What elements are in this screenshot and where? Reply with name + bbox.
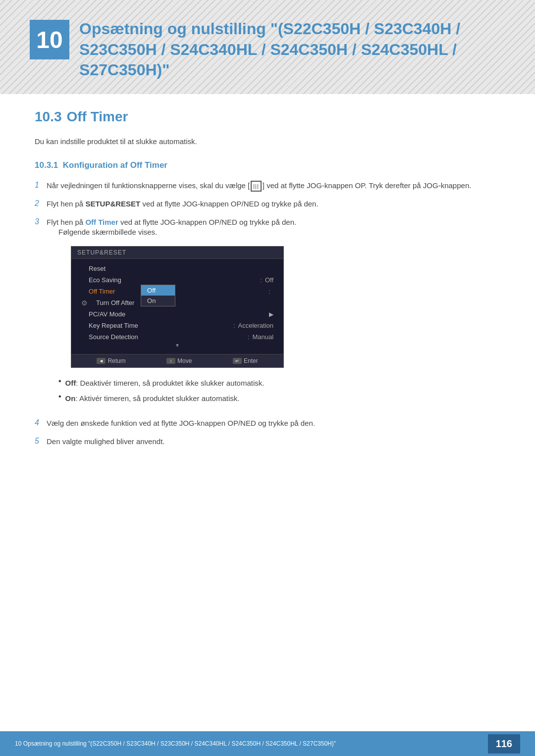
menu-row-key-repeat: Key Repeat Time : Acceleration: [71, 320, 283, 331]
step-text-3: Flyt hen på Off Timer ved at flytte JOG-…: [47, 218, 296, 226]
step-number-4: 4: [35, 418, 47, 427]
move-icon: ↕: [166, 358, 175, 364]
menu-label-off-timer: Off Timer: [89, 288, 266, 295]
step-text-4: Vælg den ønskede funktion ved at flytte …: [47, 418, 500, 429]
subsection-number: 10.3.1: [35, 160, 58, 170]
screen-body: Reset Eco Saving : Off O: [71, 259, 283, 352]
header-area: 10 Opsætning og nulstilling "(S22C350H /…: [0, 0, 535, 94]
submenu-dropdown: Off On: [141, 285, 175, 306]
menu-label-source-detection: Source Detection: [89, 333, 245, 341]
setup-reset-bold: SETUP&RESET: [85, 200, 140, 208]
screen-header: SETUP&RESET: [71, 247, 283, 259]
step-number-2: 2: [35, 199, 47, 208]
main-content: 10.3Off Timer Du kan indstille produktet…: [0, 94, 535, 469]
page-wrapper: 10 Opsætning og nulstilling "(S22C350H /…: [0, 0, 535, 756]
bullet-item-on: • On: Aktivér timeren, så produktet sluk…: [58, 393, 296, 404]
menu-label-eco-saving: Eco Saving: [89, 276, 257, 284]
arrow-right-pcav: ▶: [269, 311, 273, 318]
step-number-5: 5: [35, 436, 47, 446]
menu-separator-source: :: [248, 333, 250, 341]
bullet-list: • Off: Deaktivér timeren, så produktet i…: [58, 378, 296, 404]
step-number-1: 1: [35, 180, 47, 190]
footer-text: 10 Opsætning og nulstilling "(S22C350H /…: [15, 740, 336, 747]
screen-mockup: SETUP&RESET Reset Eco Saving :: [71, 246, 284, 368]
menu-label-key-repeat: Key Repeat Time: [89, 322, 230, 329]
menu-separator-key: :: [233, 322, 235, 329]
step-number-3: 3: [35, 217, 47, 226]
menu-row-pcav: PC/AV Mode ▶: [71, 308, 283, 320]
header-title: Opsætning og nulstilling "(S22C350H / S2…: [79, 15, 505, 81]
step-item-3: 3 Flyt hen på Off Timer ved at flytte JO…: [35, 217, 500, 411]
intro-text: Du kan indstille produktet til at slukke…: [35, 137, 500, 146]
menu-label-turn-off-after: Turn Off After: [96, 299, 273, 306]
subsection-title: 10.3.1 Konfiguration af Off Timer: [35, 160, 500, 170]
footer-item-return: ◄ Return: [97, 357, 125, 364]
step-item-1: 1 Når vejledningen til funktionsknappern…: [35, 180, 500, 192]
step-item-2: 2 Flyt hen på SETUP&RESET ved at flytte …: [35, 199, 500, 210]
step-content-3: Flyt hen på Off Timer ved at flytte JOG-…: [47, 217, 296, 411]
bullet-item-off: • Off: Deaktivér timeren, så produktet i…: [58, 378, 296, 389]
menu-label-pcav: PC/AV Mode: [89, 310, 269, 318]
page-number: 116: [488, 734, 520, 754]
enter-icon: ↵: [233, 358, 242, 364]
submenu-item-on: On: [141, 296, 175, 306]
footer-item-move: ↕ Move: [166, 357, 192, 364]
subsection-label: Konfiguration af Off Timer: [63, 160, 167, 170]
bullet-text-off: Off: Deaktivér timeren, så produktet ikk…: [65, 378, 265, 389]
jog-icon: |||: [251, 181, 262, 192]
menu-value-eco: Off: [265, 276, 273, 284]
return-icon: ◄: [97, 358, 106, 364]
bullet-dot-off: •: [58, 377, 61, 386]
bullet-label-off: Off: [65, 379, 76, 387]
step-text-1: Når vejledningen til funktionsknapperne …: [47, 180, 500, 192]
off-timer-bold-blue: Off Timer: [85, 218, 118, 226]
menu-value-source-detection: Manual: [252, 333, 273, 341]
following-text: Følgende skærmbillede vises.: [58, 228, 296, 236]
screen-mockup-wrapper: SETUP&RESET Reset Eco Saving :: [58, 246, 296, 368]
menu-row-off-timer: Off Timer : Off On: [71, 286, 283, 297]
bullet-dot-on: •: [58, 392, 61, 401]
section-label: Off Timer: [67, 109, 128, 124]
step-item-5: 5 Den valgte mulighed bliver anvendt.: [35, 436, 500, 448]
bullet-text-on: On: Aktivér timeren, så produktet slukke…: [65, 393, 240, 404]
section-title: 10.3Off Timer: [35, 109, 500, 125]
menu-row-eco-saving: Eco Saving : Off: [71, 274, 283, 286]
move-label: Move: [177, 357, 192, 364]
step-text-5: Den valgte mulighed bliver anvendt.: [47, 436, 500, 448]
menu-separator-eco: :: [260, 276, 262, 284]
menu-value-key-repeat: Acceleration: [238, 322, 274, 329]
step-list: 1 Når vejledningen til funktionsknappern…: [35, 180, 500, 447]
down-arrow: ▼: [71, 343, 283, 348]
menu-row-reset: Reset: [71, 263, 283, 274]
menu-label-reset: Reset: [89, 265, 273, 272]
chapter-number: 10: [36, 26, 62, 53]
footer-item-enter: ↵ Enter: [233, 357, 258, 364]
enter-label: Enter: [244, 357, 258, 364]
chapter-number-block: 10: [30, 20, 69, 59]
gear-icon: ⚙: [81, 299, 88, 307]
section-number: 10.3: [35, 109, 62, 124]
page-footer: 10 Opsætning og nulstilling "(S22C350H /…: [0, 731, 535, 756]
screen-footer: ◄ Return ↕ Move ↵ Enter: [71, 354, 283, 367]
menu-row-turn-off-after: ⚙ Turn Off After: [71, 297, 283, 308]
step-item-4: 4 Vælg den ønskede funktion ved at flytt…: [35, 418, 500, 429]
return-label: Return: [107, 357, 125, 364]
menu-row-source-detection: Source Detection : Manual: [71, 331, 283, 343]
bullet-label-on: On: [65, 394, 76, 403]
submenu-item-off: Off: [141, 285, 175, 296]
step-text-2: Flyt hen på SETUP&RESET ved at flytte JO…: [47, 199, 500, 210]
menu-separator-off-timer: :: [268, 288, 270, 295]
